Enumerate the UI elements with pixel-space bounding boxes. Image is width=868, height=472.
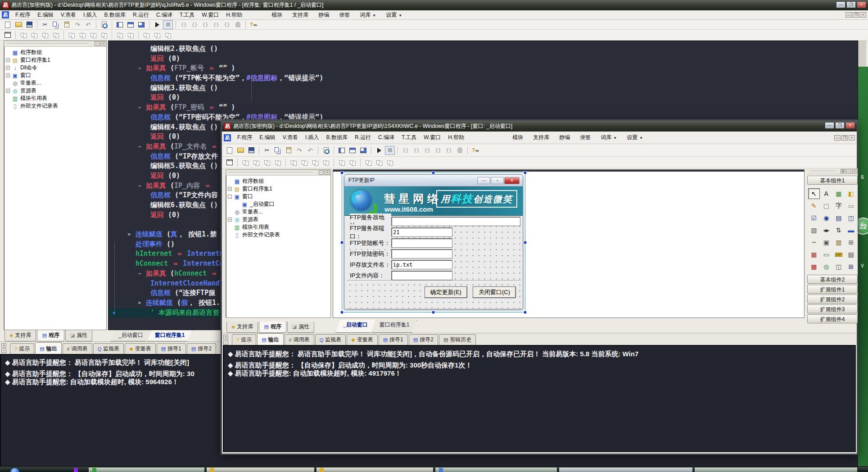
code-line[interactable]: →如果真 (FTP_密码 ＝ “” ) (108, 103, 858, 113)
hand-icon[interactable] (455, 146, 465, 155)
resize-handle[interactable] (340, 311, 344, 314)
palette-close-button[interactable]: × (852, 169, 857, 173)
dbg2-icon[interactable]: {} (190, 20, 199, 29)
maximize-button[interactable]: ❐ (846, 1, 856, 8)
menu-I.插入[interactable]: I.插入 (302, 133, 323, 142)
menu-B.数据库[interactable]: B.数据库 (101, 10, 129, 20)
tree-item-窗口[interactable]: -▣窗口 (228, 193, 330, 200)
palette-header[interactable]: ☰ ▫ × (807, 168, 858, 174)
stop-icon[interactable] (163, 20, 173, 29)
menu-设置[interactable]: 设置▼ (381, 10, 407, 20)
formgrid-icon[interactable] (225, 158, 235, 167)
palette-section-扩展组件1[interactable]: 扩展组件1 (807, 285, 858, 294)
close-window-button[interactable]: 关闭窗口(C) (473, 286, 516, 298)
resize-handle[interactable] (524, 171, 527, 174)
menu-T.工具[interactable]: T.工具 (176, 10, 198, 20)
align-icon[interactable] (385, 158, 395, 167)
progress-bar-icon[interactable]: ▬ (845, 225, 857, 236)
align-icon[interactable] (141, 31, 151, 40)
editor-tab-_启动窗口[interactable]: _启动窗口 (335, 320, 375, 333)
align-icon[interactable] (77, 31, 87, 40)
field-input-4[interactable] (391, 249, 452, 259)
front-title-bar[interactable]: 易 易语言(加密狗版) - d:\Desktop\网络相关\易语言FTP更新IP… (222, 121, 857, 132)
field-input-5[interactable] (391, 260, 452, 269)
output-tab-变量表[interactable]: ◆变量表 (125, 343, 155, 354)
output-close-button[interactable]: × (223, 335, 228, 339)
menu-模块[interactable]: 模块 (507, 133, 528, 142)
close-button[interactable]: × (857, 1, 866, 8)
pane-tab-程序[interactable]: ▤程序 (37, 330, 64, 341)
pane-close-button[interactable]: × (325, 170, 330, 175)
expander-icon[interactable]: - (228, 195, 232, 199)
static-text-icon[interactable]: 字 (833, 200, 845, 211)
paste-icon[interactable] (62, 20, 72, 29)
field-input-2[interactable] (391, 227, 452, 237)
align-icon[interactable] (18, 31, 28, 40)
minimize-button[interactable]: — (836, 1, 845, 8)
output-tab-调用表[interactable]: #调用表 (285, 334, 314, 345)
dbg3-icon[interactable]: {} (200, 20, 210, 29)
align-icon[interactable] (51, 31, 61, 40)
paste-icon[interactable] (284, 146, 294, 155)
dialog-maximize-button[interactable]: ▫ (491, 177, 504, 184)
timer-window-icon[interactable]: ⊞ (845, 237, 857, 248)
align-icon[interactable] (262, 158, 272, 167)
run-icon[interactable] (374, 146, 384, 155)
dbg5-icon[interactable]: {} (222, 20, 232, 29)
pane-tab-支持库[interactable]: ◈支持库 (5, 330, 36, 341)
output-restore-button[interactable]: ▫ (223, 340, 228, 345)
panel3-icon[interactable] (136, 20, 146, 29)
mdi-close-button[interactable]: × (860, 12, 866, 18)
resize-handle[interactable] (432, 311, 435, 314)
copy-icon[interactable] (273, 146, 283, 155)
menu-静编[interactable]: 静编 (313, 10, 334, 20)
align-icon[interactable] (29, 31, 39, 40)
back-title-bar[interactable]: 易 易语言(加密狗版) - d:\Desktop\网络相关\易语言FTP更新IP… (0, 0, 868, 10)
panel-icon[interactable]: ▭ (845, 200, 857, 211)
new-icon[interactable] (225, 146, 235, 155)
resize-handle[interactable] (340, 171, 344, 174)
output-tab-搜寻1[interactable]: ▤搜寻1 (379, 334, 408, 345)
menu-C.编译[interactable]: C.编译 (153, 10, 176, 20)
pane-restore-button[interactable]: ▫ (319, 170, 324, 175)
new-icon[interactable] (3, 20, 13, 29)
spin-updown-icon[interactable]: ⇅ (833, 225, 845, 236)
code-line[interactable]: 返回 (0) (108, 54, 858, 64)
pane-header[interactable]: ▫ × (4, 41, 106, 47)
dbg4-icon[interactable]: {} (211, 20, 221, 29)
field-input-1[interactable] (391, 217, 520, 226)
expander-icon[interactable]: + (228, 218, 232, 222)
form-designer[interactable]: FTP更新IP — ▫ ✕ 彗星网络 www.it608.com 用科技创造微笑 (333, 169, 805, 318)
tree-root[interactable]: ▦程序数据 (228, 177, 330, 185)
expander-icon[interactable]: + (6, 89, 10, 93)
output-tab-提示[interactable]: ?提示 (10, 343, 34, 354)
palette-section-扩展组件2[interactable]: 扩展组件2 (807, 295, 858, 304)
copy-icon[interactable] (51, 20, 61, 29)
pane-header[interactable]: ▫ × (226, 170, 330, 176)
pane-tab-属性[interactable]: ◪属性 (65, 330, 92, 341)
resize-handle[interactable] (524, 311, 527, 314)
align-icon[interactable] (126, 31, 136, 40)
dbg5-icon[interactable]: {} (444, 146, 454, 155)
menu-H.帮助[interactable]: H.帮助 (444, 133, 468, 142)
list-box-icon[interactable]: ▤ (833, 213, 845, 223)
tree-item-窗口程序集1[interactable]: +▤窗口程序集1 (228, 185, 330, 193)
panel3-icon[interactable] (358, 146, 368, 155)
tree-item-模块引用表[interactable]: ▥模块引用表 (6, 95, 105, 102)
menu-静编[interactable]: 静编 (554, 133, 575, 142)
menu-V.查看[interactable]: V.查看 (279, 133, 302, 142)
pane-grab-handle[interactable] (229, 172, 312, 173)
mdi-restore-button[interactable]: ❐ (853, 12, 859, 18)
radio-button-icon[interactable]: ◉ (821, 213, 832, 223)
output-close-button[interactable]: × (1, 343, 6, 348)
output-tab-搜寻1[interactable]: ▤搜寻1 (157, 343, 186, 354)
tree-item-模块引用表[interactable]: ▥模块引用表 (228, 223, 330, 231)
tree-item-窗口程序集1[interactable]: +▤窗口程序集1 (6, 56, 105, 64)
output-tab-输出[interactable]: ▤输出 (35, 342, 61, 354)
menu-W.窗口[interactable]: W.窗口 (420, 133, 444, 142)
start-button[interactable] (10, 467, 20, 472)
pane-close-button[interactable]: × (100, 41, 105, 46)
menu-R.运行[interactable]: R.运行 (351, 133, 375, 142)
tree-root[interactable]: ▦程序数据 (6, 49, 105, 56)
taskbar-item[interactable] (88, 467, 205, 472)
